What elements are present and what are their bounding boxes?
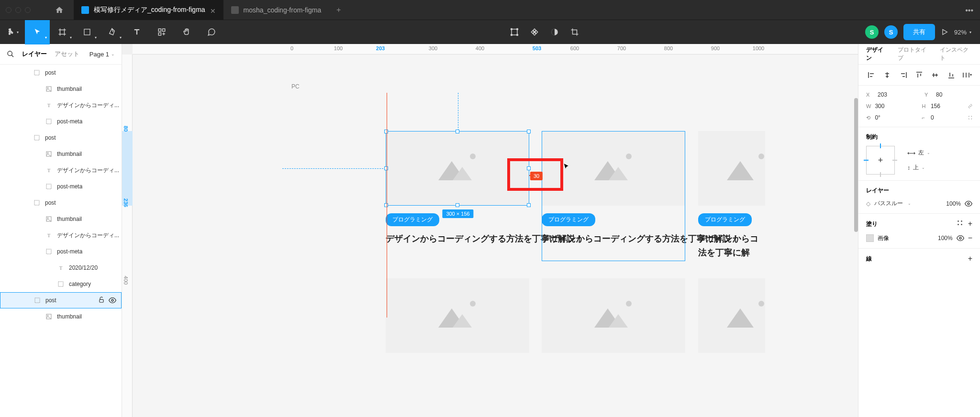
constraint-v-select[interactable]: ↕上⌄ bbox=[907, 164, 930, 172]
resize-handle-s[interactable] bbox=[456, 203, 459, 207]
distribute[interactable]: ▾ bbox=[962, 70, 972, 80]
layer-item-post[interactable]: post bbox=[0, 130, 122, 146]
text-tool[interactable] bbox=[124, 20, 149, 44]
tab-prototype[interactable]: プロトタイプ bbox=[898, 46, 930, 62]
category-tag[interactable]: プログラミング bbox=[386, 213, 439, 226]
resize-handle-ne[interactable] bbox=[527, 130, 531, 133]
scrollbar-vertical[interactable] bbox=[854, 98, 858, 232]
opacity-input[interactable] bbox=[940, 200, 961, 207]
mask-tool[interactable] bbox=[550, 20, 559, 44]
layer-item-デザインからコーディ...[interactable]: Tデザインからコーディ... bbox=[0, 97, 122, 113]
component-tool[interactable] bbox=[530, 20, 539, 44]
radius-input[interactable] bbox=[931, 114, 964, 121]
h-input[interactable] bbox=[931, 103, 964, 110]
layer-item-thumbnail[interactable]: thumbnail bbox=[0, 211, 122, 227]
unlock-icon[interactable] bbox=[98, 296, 105, 303]
shape-tool[interactable]: ▾ bbox=[75, 20, 100, 44]
ruler-vertical[interactable]: 80236400 bbox=[122, 55, 133, 417]
frame-label[interactable]: PC bbox=[291, 83, 300, 90]
align-top[interactable] bbox=[914, 70, 924, 80]
page-selector[interactable]: Page 1 ⌄ bbox=[89, 51, 115, 58]
canvas[interactable]: PC プログラミング 2020/12/20 デザインからコーディングする方法を丁… bbox=[133, 55, 858, 417]
layer-item-デザインからコーディ...[interactable]: Tデザインからコーディ... bbox=[0, 227, 122, 243]
thumbnail[interactable] bbox=[386, 278, 529, 353]
align-left[interactable] bbox=[867, 70, 876, 80]
edit-object-tool[interactable] bbox=[510, 20, 519, 44]
add-fill-button[interactable]: + bbox=[968, 219, 972, 228]
layer-item-thumbnail[interactable]: thumbnail bbox=[0, 308, 122, 325]
remove-fill-button[interactable]: − bbox=[968, 234, 972, 242]
resize-handle-nw[interactable] bbox=[384, 130, 388, 133]
eye-icon[interactable] bbox=[965, 200, 972, 208]
layer-list[interactable]: postthumbnailTデザインからコーディ...post-metapost… bbox=[0, 65, 122, 417]
hand-tool[interactable] bbox=[174, 20, 199, 44]
thumbnail[interactable] bbox=[542, 278, 685, 353]
align-bottom[interactable] bbox=[947, 70, 956, 80]
maximize-window[interactable] bbox=[25, 7, 31, 13]
layer-item-デザインからコーディ...[interactable]: Tデザインからコーディ... bbox=[0, 162, 122, 178]
fill-type[interactable]: 画像 bbox=[878, 234, 889, 242]
canvas-area[interactable]: 01002033004005036007008009001000 8023640… bbox=[122, 44, 858, 417]
tab-2[interactable]: mosha_coding-from-figma bbox=[223, 0, 329, 20]
crop-tool[interactable] bbox=[570, 20, 579, 44]
layer-item-2020/12/20[interactable]: T2020/12/20 bbox=[0, 260, 122, 276]
layer-item-thumbnail[interactable]: thumbnail bbox=[0, 81, 122, 97]
layer-item-category[interactable]: category bbox=[0, 276, 122, 292]
thumbnail[interactable] bbox=[698, 278, 765, 353]
rotation-input[interactable] bbox=[875, 114, 908, 121]
layer-item-post[interactable]: post bbox=[0, 195, 122, 211]
pen-tool[interactable]: ▾ bbox=[100, 20, 124, 44]
layer-item-post[interactable]: post bbox=[0, 292, 122, 308]
layer-item-thumbnail[interactable]: thumbnail bbox=[0, 146, 122, 162]
layer-item-post-meta[interactable]: post-meta bbox=[0, 178, 122, 195]
layer-item-post[interactable]: post bbox=[0, 65, 122, 81]
comment-tool[interactable] bbox=[199, 20, 224, 44]
x-input[interactable] bbox=[878, 91, 911, 98]
constraint-h-select[interactable]: ⟷左⌄ bbox=[907, 149, 930, 157]
resize-handle-w[interactable] bbox=[384, 166, 388, 170]
fill-opacity-input[interactable] bbox=[932, 235, 953, 241]
user-avatar-1[interactable]: S bbox=[865, 25, 879, 39]
tab-1[interactable]: 模写修行メディア_coding-from-figma ✕ bbox=[74, 0, 223, 20]
align-right[interactable] bbox=[899, 70, 908, 80]
link-icon[interactable] bbox=[968, 103, 972, 110]
y-input[interactable] bbox=[936, 91, 969, 98]
resize-handle-sw[interactable] bbox=[384, 203, 388, 207]
independent-corners-icon[interactable] bbox=[968, 114, 972, 121]
close-window[interactable] bbox=[6, 7, 11, 13]
move-tool[interactable]: ▾ bbox=[25, 20, 50, 44]
tab-design[interactable]: デザイン bbox=[866, 46, 888, 62]
layers-tab[interactable]: レイヤー bbox=[22, 50, 47, 58]
eye-icon[interactable] bbox=[109, 296, 116, 304]
resize-handle-n[interactable] bbox=[456, 130, 459, 133]
align-center-h[interactable] bbox=[882, 70, 892, 80]
fill-swatch[interactable] bbox=[866, 234, 874, 242]
eye-icon[interactable] bbox=[957, 234, 964, 242]
zoom-control[interactable]: 92% ▾ bbox=[954, 29, 971, 36]
thumbnail[interactable] bbox=[698, 131, 765, 206]
ruler-horizontal[interactable]: 01002033004005036007008009001000 bbox=[133, 44, 858, 55]
frame-tool[interactable]: ▾ bbox=[50, 20, 75, 44]
add-tab-button[interactable]: + bbox=[329, 0, 348, 20]
search-icon[interactable] bbox=[7, 50, 14, 58]
category-tag[interactable]: プログラミング bbox=[698, 213, 752, 226]
layer-item-post-meta[interactable]: post-meta bbox=[0, 243, 122, 260]
resources-tool[interactable] bbox=[149, 20, 174, 44]
resize-handle-se[interactable] bbox=[527, 203, 531, 207]
blend-mode-select[interactable]: パススルー⌄ bbox=[874, 199, 911, 208]
assets-tab[interactable]: アセット bbox=[55, 50, 79, 58]
style-icon[interactable] bbox=[957, 219, 963, 226]
w-input[interactable] bbox=[875, 103, 908, 110]
add-stroke-button[interactable]: + bbox=[968, 254, 972, 263]
present-button[interactable] bbox=[941, 20, 948, 44]
overflow-menu-icon[interactable]: ••• bbox=[965, 6, 973, 15]
constraint-widget[interactable]: + bbox=[866, 146, 895, 175]
minimize-window[interactable] bbox=[15, 7, 21, 13]
layer-item-post-meta[interactable]: post-meta bbox=[0, 113, 122, 130]
share-button[interactable]: 共有 bbox=[903, 24, 935, 40]
align-center-v[interactable] bbox=[930, 70, 940, 80]
home-button[interactable] bbox=[54, 4, 65, 16]
user-avatar-2[interactable]: S bbox=[884, 25, 898, 39]
main-menu-button[interactable]: ▾ bbox=[0, 20, 25, 44]
tab-inspect[interactable]: インスペクト bbox=[940, 46, 972, 62]
